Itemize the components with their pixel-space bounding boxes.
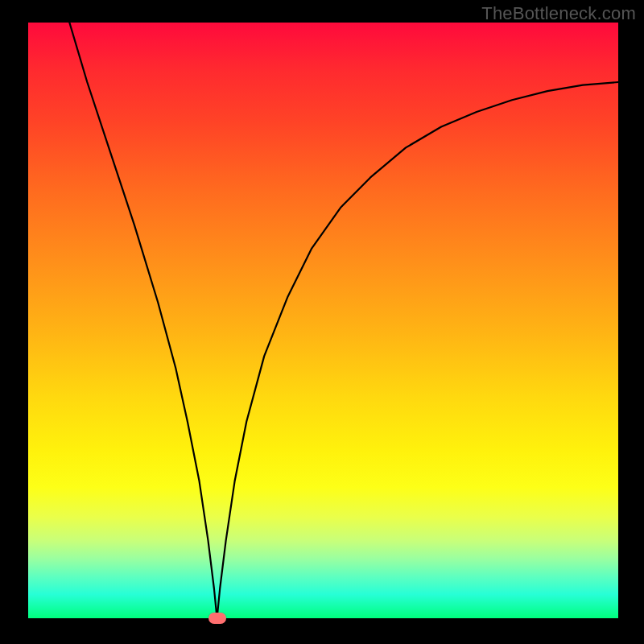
bottleneck-curve — [28, 23, 618, 618]
chart-frame: TheBottleneck.com — [0, 0, 644, 644]
plot-area — [28, 23, 618, 618]
current-point-marker — [208, 613, 226, 624]
watermark-text: TheBottleneck.com — [481, 3, 636, 24]
